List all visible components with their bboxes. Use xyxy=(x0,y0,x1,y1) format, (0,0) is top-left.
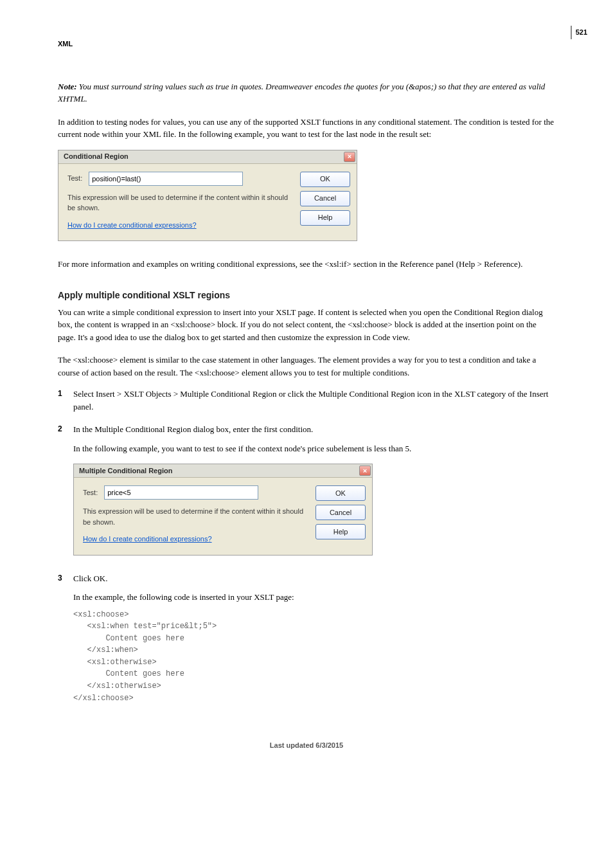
step-1-text: Select Insert > XSLT Objects > Multiple … xyxy=(73,388,555,413)
test-input[interactable] xyxy=(104,485,258,500)
dialog-title-bar: Conditional Region × xyxy=(58,150,357,164)
step-number: 3 xyxy=(58,572,67,705)
cancel-button[interactable]: Cancel xyxy=(315,505,366,520)
paragraph-reference: For more information and examples on wri… xyxy=(58,258,555,271)
page-footer: Last updated 6/3/2015 xyxy=(58,740,555,751)
dialog-hint: This expression will be used to determin… xyxy=(67,192,289,213)
help-link[interactable]: How do I create conditional expressions? xyxy=(67,221,197,229)
close-icon[interactable]: × xyxy=(359,466,371,476)
step-3-follow: In the example, the following code is in… xyxy=(73,591,555,604)
cancel-button[interactable]: Cancel xyxy=(300,191,350,206)
step-number: 1 xyxy=(58,388,67,413)
code-block: <xsl:choose> <xsl:when test="price&lt;5"… xyxy=(73,609,555,705)
dialog-hint: This expression will be used to determin… xyxy=(83,506,304,527)
test-input[interactable] xyxy=(89,172,243,186)
note-block: Note: You must surround string values su… xyxy=(58,80,555,105)
test-label: Test: xyxy=(67,173,82,184)
paragraph-apply-1: You can write a simple conditional expre… xyxy=(58,306,555,344)
step-2-follow: In the following example, you want to te… xyxy=(73,442,555,455)
dialog-title: Multiple Conditional Region xyxy=(79,466,172,476)
step-3-text: Click OK. xyxy=(73,572,555,585)
section-heading: Apply multiple conditional XSLT regions xyxy=(58,289,555,302)
page-number: 521 xyxy=(571,26,587,39)
ok-button[interactable]: OK xyxy=(315,485,366,501)
note-body: You must surround string values such as … xyxy=(58,82,545,104)
ok-button[interactable]: OK xyxy=(300,172,350,187)
dialog-title: Conditional Region xyxy=(64,151,129,162)
step-2-text: In the Multiple Conditional Region dialo… xyxy=(73,423,555,436)
step-number: 2 xyxy=(58,423,67,562)
help-button[interactable]: Help xyxy=(300,210,350,226)
conditional-region-dialog: Conditional Region × Test: This expressi… xyxy=(58,150,357,242)
close-icon[interactable]: × xyxy=(344,152,355,162)
paragraph-apply-2: The <xsl:choose> element is similar to t… xyxy=(58,354,555,379)
help-link[interactable]: How do I create conditional expressions? xyxy=(83,535,212,543)
note-label: Note: xyxy=(58,82,77,91)
test-label: Test: xyxy=(83,487,98,498)
dialog-title-bar: Multiple Conditional Region × xyxy=(74,464,372,478)
section-header: XML xyxy=(58,39,555,50)
multiple-conditional-region-dialog: Multiple Conditional Region × Test: This… xyxy=(73,464,373,556)
help-button[interactable]: Help xyxy=(315,524,366,539)
paragraph-intro: In addition to testing nodes for values,… xyxy=(58,116,555,141)
